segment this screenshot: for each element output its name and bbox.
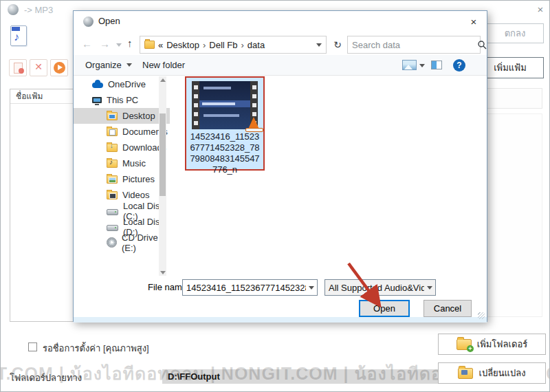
play-icon: [54, 62, 65, 74]
clear-list-button[interactable]: ✕: [30, 59, 47, 76]
app-window-title: -> MP3: [24, 5, 53, 15]
dialog-toolbar: Organize New folder ?: [74, 55, 487, 76]
breadcrumb-separator-icon: ›: [203, 40, 206, 50]
breadcrumb-separator-icon: ›: [241, 40, 243, 50]
sidebar-item-music[interactable]: Music: [74, 155, 170, 171]
search-input[interactable]: [348, 40, 477, 50]
cancel-button[interactable]: Cancel: [424, 300, 472, 317]
breadcrumb[interactable]: « Desktop›Dell Fb›data: [140, 36, 327, 54]
sidebar-item-label: Desktop: [122, 111, 155, 121]
dialog-bottom-strip: [74, 317, 487, 323]
onedrive-cloud-icon: [92, 83, 103, 88]
add-folder-button[interactable]: + เพิ่มโฟลเดอร์: [438, 334, 546, 355]
sidebar-item-downloads[interactable]: Downloads: [74, 140, 170, 155]
chevron-down-icon[interactable]: [306, 286, 317, 290]
sidebar-item-label: Music: [122, 158, 146, 168]
remove-file-button[interactable]: [9, 59, 27, 76]
folder-videos-icon: [107, 191, 118, 199]
search-box[interactable]: [347, 36, 481, 54]
app-close-icon[interactable]: ×: [533, 3, 548, 17]
file-name-line: 67771452328_78: [186, 142, 263, 153]
sidebar-scrollbar[interactable]: [159, 76, 166, 276]
folder-change-icon: [458, 368, 473, 379]
x-icon: ✕: [30, 61, 47, 72]
dialog-title: Open: [98, 16, 120, 26]
preview-pane-icon[interactable]: [431, 61, 442, 69]
sidebar-item-label: Pictures: [122, 174, 155, 184]
add-folder-label: เพิ่มโฟลเดอร์: [477, 337, 527, 351]
preset-checkbox[interactable]: [28, 342, 37, 351]
folder-desktop-icon: [107, 112, 118, 120]
file-item-selected[interactable]: 14523416_1152367771452328_78798084831455…: [185, 76, 265, 171]
preset-checkbox-label: รอชื่อการตั้งค่า [คุณภาพสูง]: [43, 341, 149, 356]
sidebar-item-this-pc[interactable]: This PC: [74, 92, 170, 108]
file-name-label: 14523416_1152367771452328_78798084831455…: [186, 131, 263, 175]
dialog-sidebar: OneDriveThis PCDesktopDocumentsDownloads…: [74, 76, 170, 276]
scroll-up-icon[interactable]: [160, 76, 166, 83]
scrollbar-thumb[interactable]: [160, 113, 166, 196]
back-icon[interactable]: ←: [82, 38, 92, 50]
view-thumbnails-icon[interactable]: [402, 60, 417, 70]
sidebar-item-documents[interactable]: Documents: [74, 124, 170, 140]
screen: -> MP3 × ♪ ✕ ชื่อแฟ้ม รอชื่อการตั้งค่า […: [0, 0, 550, 392]
up-icon[interactable]: ↑: [127, 37, 133, 49]
sidebar-item-onedrive[interactable]: OneDrive: [74, 76, 170, 92]
view-caret-icon[interactable]: [419, 64, 425, 67]
computer-icon: [92, 97, 102, 103]
search-icon: [477, 40, 487, 50]
file-name-line: 776_n: [186, 164, 263, 175]
recent-locations-caret-icon[interactable]: [116, 43, 122, 47]
file-name-line: 14523416_11523: [186, 131, 263, 142]
dialog-icon: [83, 17, 94, 27]
sidebar-item-cd-drive-e-[interactable]: CD Drive (E:): [74, 235, 170, 250]
drive-icon: [107, 225, 118, 231]
new-folder-button[interactable]: New folder: [142, 60, 185, 70]
open-dialog: Open × ← → ↑ « Desktop›Dell Fb›data ↻ Or…: [73, 10, 487, 322]
sidebar-item-label: This PC: [107, 95, 138, 105]
refresh-icon[interactable]: ↻: [329, 36, 346, 54]
scroll-down-icon[interactable]: [160, 269, 166, 276]
side-panel: [482, 113, 542, 317]
forward-icon[interactable]: →: [100, 38, 110, 50]
organize-button[interactable]: Organize: [85, 60, 132, 70]
start-button[interactable]: [50, 59, 68, 76]
chevron-down-icon[interactable]: [316, 43, 322, 47]
folder-music-icon: [107, 160, 118, 168]
resize-grip[interactable]: [478, 312, 485, 319]
disabled-button: [482, 88, 542, 109]
folder-icon: [144, 41, 155, 49]
music-note-icon: ♪: [14, 31, 19, 43]
file-name-line: 79808483145547: [186, 153, 263, 164]
folder-plus-icon: +: [456, 339, 472, 350]
cd-drive-icon: [107, 237, 117, 248]
annotation-arrow: [336, 259, 391, 310]
mp3-task-icon: ♪: [10, 25, 27, 46]
sidebar-item-label: OneDrive: [108, 79, 146, 89]
chevron-down-icon[interactable]: [424, 286, 435, 290]
change-output-button[interactable]: เปลี่ยนแปลง: [438, 362, 546, 384]
breadcrumb-item[interactable]: data: [248, 40, 265, 50]
breadcrumb-prefix: «: [158, 40, 163, 50]
folder-pictures-icon: [107, 175, 118, 184]
sidebar-item-label: Videos: [122, 190, 150, 200]
drive-icon: [107, 209, 118, 215]
dialog-close-icon[interactable]: ×: [465, 14, 482, 30]
app-icon: [8, 4, 19, 15]
file-name-combobox[interactable]: 14523416_1152367771452328_787980: [182, 279, 318, 296]
video-thumbnail: [192, 81, 258, 129]
change-label: เปลี่ยนแปลง: [478, 366, 525, 380]
vlc-cone-icon: [247, 117, 261, 132]
sidebar-item-desktop[interactable]: Desktop: [74, 108, 170, 124]
sidebar-item-pictures[interactable]: Pictures: [74, 171, 170, 187]
folder-documents-icon: [107, 128, 118, 136]
breadcrumb-item[interactable]: Desktop: [166, 40, 199, 50]
help-icon[interactable]: ?: [453, 59, 465, 72]
folder-downloads-icon: [107, 144, 118, 152]
organize-caret-icon: [126, 63, 132, 67]
ok-button[interactable]: ตกลง: [486, 23, 544, 43]
breadcrumb-item[interactable]: Dell Fb: [209, 40, 237, 50]
